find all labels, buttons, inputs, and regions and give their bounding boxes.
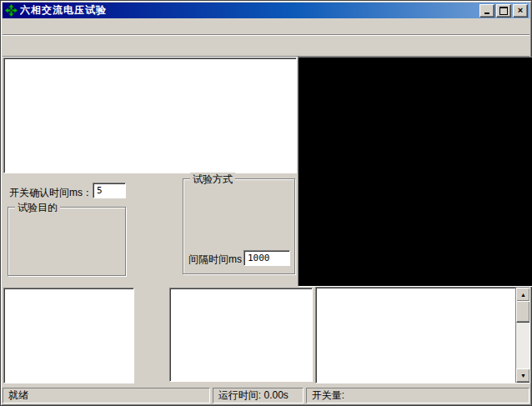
maximize-icon xyxy=(499,7,508,15)
status-switches: 开关量: xyxy=(306,388,529,403)
window-title: 六相交流电压试验 xyxy=(20,3,479,18)
status-ready: 就绪 xyxy=(3,388,210,403)
minimize-icon xyxy=(484,13,489,14)
parameter-table xyxy=(3,58,297,173)
confirm-time-input[interactable]: 5 xyxy=(93,183,126,198)
switch-input-table xyxy=(169,288,313,382)
scroll-down-button[interactable]: ▼ xyxy=(516,368,530,383)
result-table: ▲ ▼ xyxy=(315,287,530,383)
title-bar: 六相交流电压试验 × xyxy=(3,3,529,18)
mode-group-title: 试验方式 xyxy=(190,173,235,187)
sequence-table xyxy=(3,288,134,383)
menu-bar xyxy=(3,18,529,35)
interval-label: 间隔时间ms xyxy=(188,253,242,267)
minimize-button[interactable] xyxy=(479,4,494,18)
switch-state-label: 开关量: xyxy=(312,388,344,403)
purpose-groupbox: 试验目的 xyxy=(8,207,126,276)
result-table-scrollbar[interactable]: ▲ ▼ xyxy=(515,288,529,383)
app-window: 六相交流电压试验 × 开关确认时间ms： 5 试验目的 试验方式 间隔时间m xyxy=(0,0,532,406)
toolbar xyxy=(3,35,529,57)
status-bar: 就绪 运行时间: 0.00s 开关量: xyxy=(3,385,529,403)
maximize-button[interactable] xyxy=(496,4,511,18)
vector-chart xyxy=(298,57,532,287)
purpose-group-title: 试验目的 xyxy=(15,201,60,215)
scroll-thumb[interactable] xyxy=(516,301,530,323)
interval-input[interactable]: 1000 xyxy=(243,250,290,266)
app-icon xyxy=(5,4,18,17)
status-runtime: 运行时间: 0.00s xyxy=(213,388,304,403)
confirm-time-label: 开关确认时间ms： xyxy=(9,186,93,200)
close-icon: × xyxy=(518,6,523,15)
scroll-up-button[interactable]: ▲ xyxy=(516,288,530,302)
mode-groupbox: 试验方式 间隔时间ms 1000 xyxy=(183,178,295,274)
close-button[interactable]: × xyxy=(513,4,528,18)
